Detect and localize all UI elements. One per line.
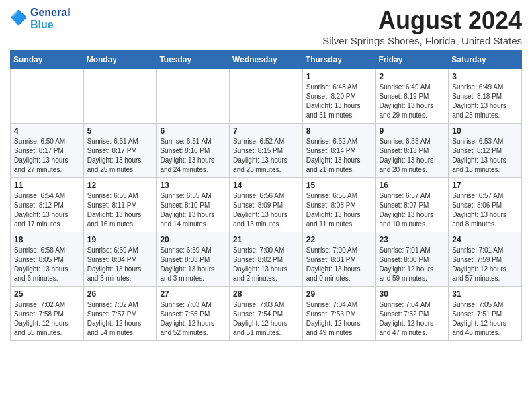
day-info: Sunrise: 7:00 AMSunset: 8:01 PMDaylight:… [306, 246, 372, 283]
calendar-cell: 2Sunrise: 6:49 AMSunset: 8:19 PMDaylight… [375, 69, 449, 124]
day-number: 15 [306, 181, 372, 190]
day-number: 23 [380, 235, 445, 244]
day-info: Sunrise: 7:01 AMSunset: 7:59 PMDaylight:… [452, 246, 518, 283]
calendar-cell: 25Sunrise: 7:02 AMSunset: 7:58 PMDayligh… [11, 287, 84, 341]
day-number: 5 [87, 126, 153, 136]
day-number: 28 [233, 289, 299, 299]
day-info: Sunrise: 7:05 AMSunset: 7:51 PMDaylight:… [452, 300, 518, 338]
calendar-cell: 20Sunrise: 6:59 AMSunset: 8:03 PMDayligh… [157, 232, 230, 287]
day-info: Sunrise: 7:04 AMSunset: 7:52 PMDaylight:… [380, 300, 445, 338]
calendar-week-row: 1Sunrise: 6:48 AMSunset: 8:20 PMDaylight… [11, 69, 522, 124]
svg-text:🔷: 🔷 [10, 9, 28, 26]
day-number: 6 [160, 126, 226, 136]
calendar-cell: 8Sunrise: 6:52 AMSunset: 8:14 PMDaylight… [302, 124, 375, 178]
day-number: 8 [306, 126, 372, 136]
day-number: 19 [87, 235, 153, 244]
day-number: 16 [380, 181, 445, 190]
day-number: 20 [160, 235, 226, 244]
day-number: 29 [306, 289, 372, 299]
day-number: 26 [87, 289, 153, 299]
weekday-header-monday: Monday [83, 51, 157, 69]
calendar-cell: 12Sunrise: 6:55 AMSunset: 8:11 PMDayligh… [83, 178, 157, 232]
calendar-cell: 17Sunrise: 6:57 AMSunset: 8:06 PMDayligh… [449, 178, 522, 232]
day-info: Sunrise: 6:59 AMSunset: 8:03 PMDaylight:… [160, 246, 226, 283]
day-info: Sunrise: 7:01 AMSunset: 8:00 PMDaylight:… [380, 246, 445, 283]
day-info: Sunrise: 6:51 AMSunset: 8:16 PMDaylight:… [160, 137, 226, 175]
day-number: 11 [14, 181, 80, 190]
day-number: 13 [160, 181, 226, 190]
day-number: 17 [452, 181, 518, 190]
day-info: Sunrise: 6:52 AMSunset: 8:15 PMDaylight:… [233, 137, 299, 175]
day-info: Sunrise: 6:56 AMSunset: 8:08 PMDaylight:… [306, 191, 372, 229]
calendar-cell: 11Sunrise: 6:54 AMSunset: 8:12 PMDayligh… [11, 178, 84, 232]
calendar-header: SundayMondayTuesdayWednesdayThursdayFrid… [11, 51, 522, 69]
calendar-cell: 14Sunrise: 6:56 AMSunset: 8:09 PMDayligh… [230, 178, 303, 232]
calendar-week-row: 4Sunrise: 6:50 AMSunset: 8:17 PMDaylight… [11, 124, 522, 178]
day-info: Sunrise: 6:53 AMSunset: 8:12 PMDaylight:… [452, 137, 518, 175]
calendar-week-row: 25Sunrise: 7:02 AMSunset: 7:58 PMDayligh… [11, 287, 522, 341]
day-number: 25 [14, 289, 80, 299]
day-number: 24 [452, 235, 518, 244]
day-info: Sunrise: 6:57 AMSunset: 8:07 PMDaylight:… [380, 191, 445, 229]
day-number: 31 [452, 289, 518, 299]
day-info: Sunrise: 6:48 AMSunset: 8:20 PMDaylight:… [306, 83, 372, 120]
weekday-header-saturday: Saturday [449, 51, 522, 69]
logo-icon: 🔷 [10, 9, 29, 28]
day-number: 10 [452, 126, 518, 136]
calendar-table: SundayMondayTuesdayWednesdayThursdayFrid… [10, 50, 522, 341]
day-number: 21 [233, 235, 299, 244]
day-info: Sunrise: 6:55 AMSunset: 8:11 PMDaylight:… [87, 191, 153, 229]
calendar-cell: 21Sunrise: 7:00 AMSunset: 8:02 PMDayligh… [230, 232, 303, 287]
day-info: Sunrise: 6:53 AMSunset: 8:13 PMDaylight:… [380, 137, 445, 175]
day-number: 22 [306, 235, 372, 244]
day-info: Sunrise: 6:54 AMSunset: 8:12 PMDaylight:… [14, 191, 80, 229]
weekday-header-row: SundayMondayTuesdayWednesdayThursdayFrid… [11, 51, 522, 69]
day-info: Sunrise: 6:50 AMSunset: 8:17 PMDaylight:… [14, 137, 80, 175]
day-number: 1 [306, 72, 372, 81]
day-info: Sunrise: 6:58 AMSunset: 8:05 PMDaylight:… [14, 246, 80, 283]
calendar-cell: 3Sunrise: 6:49 AMSunset: 8:18 PMDaylight… [449, 69, 522, 124]
day-info: Sunrise: 6:56 AMSunset: 8:09 PMDaylight:… [233, 191, 299, 229]
day-info: Sunrise: 6:52 AMSunset: 8:14 PMDaylight:… [306, 137, 372, 175]
calendar-cell: 6Sunrise: 6:51 AMSunset: 8:16 PMDaylight… [157, 124, 230, 178]
calendar-body: 1Sunrise: 6:48 AMSunset: 8:20 PMDaylight… [11, 69, 522, 341]
day-info: Sunrise: 7:03 AMSunset: 7:54 PMDaylight:… [233, 300, 299, 338]
calendar-cell: 19Sunrise: 6:59 AMSunset: 8:04 PMDayligh… [83, 232, 157, 287]
day-info: Sunrise: 7:03 AMSunset: 7:55 PMDaylight:… [160, 300, 226, 338]
calendar-cell: 5Sunrise: 6:51 AMSunset: 8:17 PMDaylight… [83, 124, 157, 178]
calendar-cell [11, 69, 84, 124]
calendar-cell [157, 69, 230, 124]
day-number: 30 [380, 289, 445, 299]
calendar-week-row: 11Sunrise: 6:54 AMSunset: 8:12 PMDayligh… [11, 178, 522, 232]
day-info: Sunrise: 6:59 AMSunset: 8:04 PMDaylight:… [87, 246, 153, 283]
calendar-cell: 13Sunrise: 6:55 AMSunset: 8:10 PMDayligh… [157, 178, 230, 232]
calendar-cell: 10Sunrise: 6:53 AMSunset: 8:12 PMDayligh… [449, 124, 522, 178]
calendar-cell: 26Sunrise: 7:02 AMSunset: 7:57 PMDayligh… [83, 287, 157, 341]
day-number: 27 [160, 289, 226, 299]
day-number: 18 [14, 235, 80, 244]
calendar-cell: 7Sunrise: 6:52 AMSunset: 8:15 PMDaylight… [230, 124, 303, 178]
day-info: Sunrise: 7:04 AMSunset: 7:53 PMDaylight:… [306, 300, 372, 338]
calendar-cell: 16Sunrise: 6:57 AMSunset: 8:07 PMDayligh… [375, 178, 449, 232]
day-info: Sunrise: 6:57 AMSunset: 8:06 PMDaylight:… [452, 191, 518, 229]
calendar-cell: 18Sunrise: 6:58 AMSunset: 8:05 PMDayligh… [11, 232, 84, 287]
calendar-cell [230, 69, 303, 124]
day-info: Sunrise: 7:02 AMSunset: 7:58 PMDaylight:… [14, 300, 80, 338]
weekday-header-wednesday: Wednesday [230, 51, 303, 69]
calendar-cell: 28Sunrise: 7:03 AMSunset: 7:54 PMDayligh… [230, 287, 303, 341]
calendar-cell: 9Sunrise: 6:53 AMSunset: 8:13 PMDaylight… [375, 124, 449, 178]
page-title: August 2024 [322, 7, 522, 35]
calendar-cell: 27Sunrise: 7:03 AMSunset: 7:55 PMDayligh… [157, 287, 230, 341]
day-info: Sunrise: 7:02 AMSunset: 7:57 PMDaylight:… [87, 300, 153, 338]
weekday-header-sunday: Sunday [11, 51, 84, 69]
day-number: 12 [87, 181, 153, 190]
calendar-cell: 23Sunrise: 7:01 AMSunset: 8:00 PMDayligh… [375, 232, 449, 287]
logo: 🔷 General Blue [10, 7, 71, 30]
weekday-header-tuesday: Tuesday [157, 51, 230, 69]
weekday-header-thursday: Thursday [302, 51, 375, 69]
calendar-cell [83, 69, 157, 124]
title-area: August 2024 Silver Springs Shores, Flori… [322, 7, 522, 46]
day-number: 4 [14, 126, 80, 136]
calendar-week-row: 18Sunrise: 6:58 AMSunset: 8:05 PMDayligh… [11, 232, 522, 287]
day-info: Sunrise: 6:49 AMSunset: 8:18 PMDaylight:… [452, 83, 518, 120]
